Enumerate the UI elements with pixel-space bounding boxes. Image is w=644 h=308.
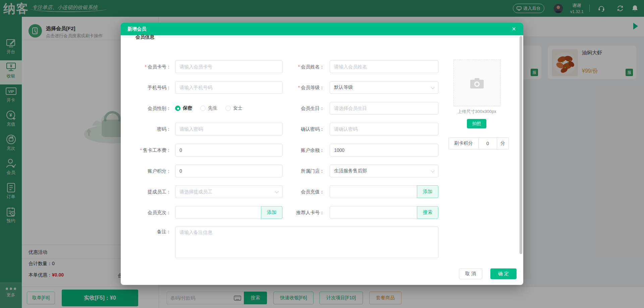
radio-dot-icon — [175, 106, 180, 111]
password-input[interactable] — [175, 123, 282, 135]
card-fee-input[interactable] — [175, 144, 282, 156]
required-star: * — [140, 147, 142, 153]
member-recharge-input[interactable] — [330, 186, 417, 198]
store-label: 所属门店： — [275, 165, 324, 177]
member-info-section-header: 会员信息 — [121, 34, 523, 40]
commission-staff-label: 提成员工： — [121, 185, 171, 198]
points-field — [175, 165, 282, 177]
confirm-password-label: 确认密码： — [275, 123, 324, 135]
section-line-left — [124, 37, 133, 37]
referrer-search-button[interactable]: 搜索 — [417, 206, 438, 219]
cancel-button[interactable]: 取 消 — [459, 268, 482, 279]
member-level-select[interactable] — [330, 81, 438, 94]
swipe-points-unit: 分 — [497, 137, 509, 149]
radio-dot-icon — [200, 106, 206, 111]
radio-dot-icon — [225, 106, 231, 111]
modal-scrollbar — [520, 36, 522, 284]
points-label: 账户积分： — [121, 165, 171, 177]
birthday-input[interactable] — [330, 102, 438, 114]
new-member-modal: 新增会员 × 会员信息 *会员卡号： *会员姓名： 手机号码： *会员等级： 会… — [121, 23, 523, 285]
member-times-group: 添加 — [175, 206, 282, 219]
store-select[interactable] — [330, 165, 438, 177]
camera-icon — [470, 77, 484, 89]
member-level-label: *会员等级： — [275, 81, 324, 94]
balance-input[interactable] — [330, 144, 438, 156]
pos-screen: 纳客 专注单店、小连锁的收银系统 进入后台 谢谢 v1.32.1 开台 — [0, 0, 644, 308]
swipe-points-input[interactable] — [479, 141, 497, 146]
gender-radio-group: 保密 先生 女士 — [175, 102, 243, 115]
gender-radio-female[interactable]: 女士 — [225, 105, 243, 111]
phone-field — [175, 81, 282, 94]
photo-upload-hint: 上传尺寸300x300px — [443, 109, 511, 115]
member-level-value[interactable] — [330, 81, 438, 94]
balance-label: 账户余额： — [275, 144, 324, 157]
member-recharge-group: 添加 — [330, 185, 438, 198]
member-times-label: 会员充次： — [121, 206, 171, 219]
card-fee-label: *售卡工本费： — [121, 144, 171, 157]
referrer-label: 推荐人卡号： — [275, 206, 324, 219]
referrer-input[interactable] — [330, 206, 417, 219]
swipe-points-label: 刷卡积分 — [448, 137, 479, 149]
modal-title: 新增会员 — [127, 23, 146, 35]
birthday-field[interactable] — [330, 102, 438, 115]
gender-label: 会员性别： — [121, 102, 171, 115]
card-no-input[interactable] — [175, 61, 282, 73]
section-line-right — [158, 37, 519, 37]
swipe-points-input-box — [479, 137, 497, 149]
required-star: * — [145, 64, 147, 69]
member-name-label: *会员姓名： — [275, 60, 324, 73]
close-icon[interactable]: × — [510, 25, 518, 33]
card-fee-field — [175, 144, 282, 157]
balance-field — [330, 144, 438, 157]
confirm-password-input[interactable] — [330, 123, 438, 135]
phone-label: 手机号码： — [121, 81, 171, 94]
member-recharge-label: 会员充值： — [275, 185, 324, 198]
confirm-password-field — [330, 123, 438, 135]
phone-input[interactable] — [175, 81, 282, 94]
modal-scrollbar-thumb[interactable] — [520, 36, 522, 254]
commission-staff-select[interactable] — [175, 185, 282, 198]
photo-upload-box[interactable] — [453, 60, 500, 106]
gender-radio-secret[interactable]: 保密 — [175, 105, 192, 111]
take-photo-button[interactable]: 拍照 — [467, 119, 486, 128]
points-input[interactable] — [175, 165, 282, 177]
store-value[interactable] — [330, 165, 438, 177]
confirm-button[interactable]: 确 定 — [490, 268, 517, 279]
gender-radio-male[interactable]: 先生 — [200, 105, 217, 111]
card-no-label: *会员卡号： — [121, 60, 171, 73]
modal-header: 新增会员 × — [121, 23, 523, 35]
member-name-field — [330, 60, 438, 73]
member-name-input[interactable] — [330, 61, 438, 73]
recharge-add-button[interactable]: 添加 — [417, 185, 438, 198]
required-star: * — [298, 85, 300, 90]
password-label: 密码： — [121, 123, 171, 135]
remark-textarea[interactable] — [175, 227, 438, 258]
password-field — [175, 123, 282, 135]
section-title: 会员信息 — [136, 34, 154, 40]
required-star: * — [298, 64, 300, 69]
birthday-label: 会员生日： — [275, 102, 324, 115]
swipe-points-group: 刷卡积分 分 — [448, 137, 509, 149]
card-no-field — [175, 60, 282, 73]
commission-staff-input[interactable] — [175, 186, 282, 198]
remark-label: 备注： — [121, 229, 171, 235]
member-times-input[interactable] — [175, 206, 261, 219]
remark-textarea-box — [175, 227, 438, 258]
referrer-group: 搜索 — [330, 206, 438, 219]
